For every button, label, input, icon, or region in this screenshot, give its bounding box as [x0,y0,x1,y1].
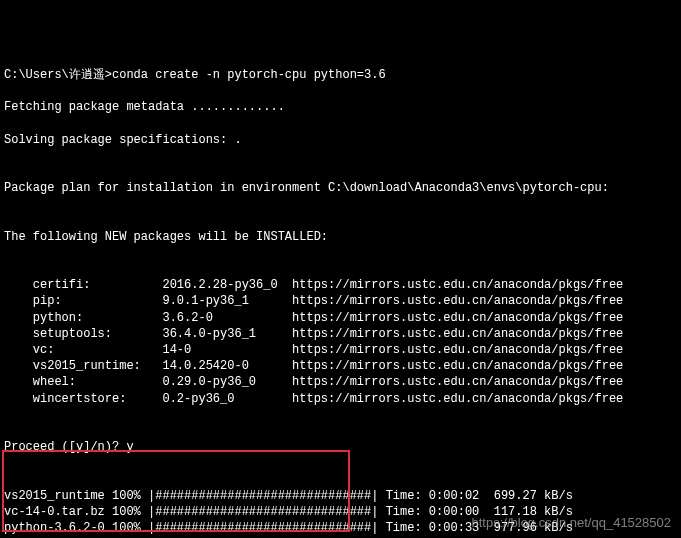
proceed-prompt[interactable]: Proceed ([y]/n)? y [4,439,677,455]
package-row: setuptools: 36.4.0-py36_1 https://mirror… [4,326,677,342]
fetch-metadata: Fetching package metadata ............. [4,99,677,115]
watermark: https://blog.csdn.net/qq_41528502 [472,514,672,532]
package-row: certifi: 2016.2.28-py36_0 https://mirror… [4,277,677,293]
package-row: pip: 9.0.1-py36_1 https://mirrors.ustc.e… [4,293,677,309]
prompt[interactable]: C:\Users\许逍遥>conda create -n pytorch-cpu… [4,67,677,83]
package-row: vc: 14-0 https://mirrors.ustc.edu.cn/ana… [4,342,677,358]
download-row: vs2015_runtime 100% |###################… [4,488,677,504]
package-row: wheel: 0.29.0-py36_0 https://mirrors.ust… [4,374,677,390]
package-row: wincertstore: 0.2-py36_0 https://mirrors… [4,391,677,407]
package-list: certifi: 2016.2.28-py36_0 https://mirror… [4,277,677,407]
solve-specs: Solving package specifications: . [4,132,677,148]
package-row: python: 3.6.2-0 https://mirrors.ustc.edu… [4,310,677,326]
package-plan: Package plan for installation in environ… [4,180,677,196]
package-row: vs2015_runtime: 14.0.25420-0 https://mir… [4,358,677,374]
new-packages-header: The following NEW packages will be INSTA… [4,229,677,245]
